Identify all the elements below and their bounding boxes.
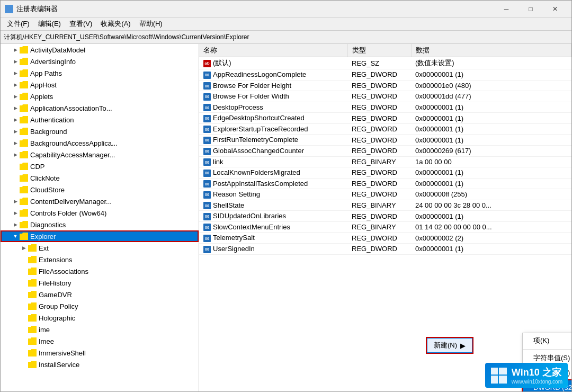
tree-label: Authentication xyxy=(30,116,74,124)
submenu-arrow: ▶ xyxy=(460,342,466,350)
folder-icon xyxy=(28,268,37,275)
reg-data-cell: 0x00000001 (1) xyxy=(411,178,571,189)
table-row[interactable]: 00SIDUpdatedOnLibraries REG_DWORD 0x0000… xyxy=(199,211,571,222)
tree-item-appasso[interactable]: ▶ ApplicationAssociationTo... xyxy=(1,102,199,114)
tree-label: Ext xyxy=(39,244,49,252)
menu-view[interactable]: 查看(V) xyxy=(65,18,96,30)
folder-icon xyxy=(20,174,28,182)
table-row[interactable]: 00GlobalAssocChangedCounter REG_DWORD 0x… xyxy=(199,145,571,156)
expand-arrow: ▶ xyxy=(11,57,20,66)
table-row[interactable]: 00EdgeDesktopShortcutCreated REG_DWORD 0… xyxy=(199,113,571,124)
reg-name-cell: 00DesktopProcess xyxy=(199,102,347,113)
expand-arrow: ▶ xyxy=(20,244,28,252)
tree-item-cloudstore[interactable]: CloudStore xyxy=(1,184,199,195)
tree-item-capability[interactable]: ▶ CapabilityAccessManager... xyxy=(1,149,199,161)
expand-arrow xyxy=(20,267,28,275)
registry-panel[interactable]: 名称 类型 数据 ab(默认) REG_SZ (数值未设置) 00AppRead… xyxy=(199,44,571,391)
reg-data-cell: 0x00000001 (1) xyxy=(411,135,571,146)
svg-rect-2 xyxy=(6,10,8,12)
tree-item-holographic[interactable]: Holographic xyxy=(1,312,199,324)
expand-arrow xyxy=(20,255,28,264)
reg-name-cell: 00GlobalAssocChangedCounter xyxy=(199,145,347,156)
expand-arrow: ▼ xyxy=(11,232,20,240)
tree-item-apphost[interactable]: ▶ AppHost xyxy=(1,79,199,91)
expand-arrow: ▶ xyxy=(11,115,20,124)
menu-favorites[interactable]: 收藏夹(A) xyxy=(96,18,135,30)
tree-item-background[interactable]: ▶ Background xyxy=(1,126,199,137)
window-controls: ─ □ ✕ xyxy=(494,1,567,17)
menu-file[interactable]: 文件(F) xyxy=(3,18,34,30)
reg-type-cell: REG_DWORD xyxy=(347,145,411,156)
menu-edit[interactable]: 编辑(E) xyxy=(34,18,65,30)
expand-arrow: ▶ xyxy=(11,81,20,89)
watermark-site: www.win10xtong.com xyxy=(512,379,562,385)
tree-item-diagnostics[interactable]: ▶ Diagnostics xyxy=(1,219,199,230)
tree-item-contentdelivery[interactable]: ▶ ContentDeliveryManager... xyxy=(1,195,199,207)
table-row[interactable]: 00Browse For Folder Width REG_DWORD 0x00… xyxy=(199,91,571,102)
tree-item-immersiveshell[interactable]: ImmersiveShell xyxy=(1,347,199,359)
table-row[interactable]: 00Browse For Folder Height REG_DWORD 0x0… xyxy=(199,80,571,91)
tree-item-installservice[interactable]: InstallService xyxy=(1,359,199,370)
table-row[interactable]: 00UserSignedIn REG_DWORD 0x00000001 (1) xyxy=(199,244,571,255)
tree-item-ime[interactable]: ime xyxy=(1,324,199,335)
tree-item-ext[interactable]: ▶ Ext xyxy=(1,242,199,254)
tree-item-advertisinginfo[interactable]: ▶ AdvertisingInfo xyxy=(1,56,199,67)
tree-item-app-paths[interactable]: ▶ App Paths xyxy=(1,67,199,79)
reg-type-cell: REG_DWORD xyxy=(347,189,411,200)
tree-label: ApplicationAssociationTo... xyxy=(30,104,112,112)
tree-item-cdp[interactable]: CDP xyxy=(1,161,199,172)
table-row[interactable]: 00LocalKnownFoldersMigrated REG_DWORD 0x… xyxy=(199,167,571,179)
table-row[interactable]: 00DesktopProcess REG_DWORD 0x00000001 (1… xyxy=(199,102,571,113)
tree-item-grouppolicy[interactable]: Group Policy xyxy=(1,300,199,312)
tree-item-gamedvr[interactable]: GameDVR xyxy=(1,289,199,300)
folder-icon xyxy=(20,198,28,205)
folder-icon xyxy=(28,244,37,252)
table-row[interactable]: ab(默认) REG_SZ (数值未设置) xyxy=(199,57,571,69)
table-row[interactable]: 00SlowContextMenuEntries REG_BINARY 01 1… xyxy=(199,221,571,233)
tree-item-clicknote[interactable]: ClickNote xyxy=(1,172,199,184)
table-row[interactable]: 00FirstRunTelemetryComplete REG_DWORD 0x… xyxy=(199,135,571,146)
ctx-item-key[interactable]: 项(K) xyxy=(523,333,571,348)
tree-item-explorer[interactable]: ▼ Explorer xyxy=(1,230,199,242)
window-title: 注册表编辑器 xyxy=(16,4,494,14)
reg-name-cell: 00SIDUpdatedOnLibraries xyxy=(199,211,347,222)
col-name: 名称 xyxy=(199,44,347,57)
minimize-button[interactable]: ─ xyxy=(494,1,519,17)
table-row[interactable]: 00ExplorerStartupTraceRecorded REG_DWORD… xyxy=(199,123,571,135)
table-row[interactable]: 00Reason Setting REG_DWORD 0x000000ff (2… xyxy=(199,189,571,200)
tree-item-extensions[interactable]: Extensions xyxy=(1,254,199,265)
reg-name-cell: 00FirstRunTelemetryComplete xyxy=(199,135,347,146)
folder-icon xyxy=(28,314,37,322)
folder-icon xyxy=(20,209,28,217)
svg-rect-7 xyxy=(499,376,507,384)
table-row[interactable]: 00link REG_BINARY 1a 00 00 00 xyxy=(199,156,571,167)
tree-item-applets[interactable]: ▶ Applets xyxy=(1,91,199,102)
close-button[interactable]: ✕ xyxy=(543,1,567,17)
svg-rect-0 xyxy=(6,6,8,8)
tree-panel[interactable]: ▶ ActivityDataModel ▶ AdvertisingInfo ▶ … xyxy=(1,44,199,391)
reg-type-cell: REG_DWORD xyxy=(347,244,411,255)
reg-type-cell: REG_DWORD xyxy=(347,123,411,135)
tree-item-fileassociations[interactable]: FileAssociations xyxy=(1,265,199,277)
reg-type-cell: REG_DWORD xyxy=(347,69,411,81)
tree-item-controls[interactable]: ▶ Controls Folder (Wow64) xyxy=(1,207,199,219)
new-button[interactable]: 新建(N) ▶ xyxy=(427,338,472,353)
table-row[interactable]: 00TelemetrySalt REG_DWORD 0x00000002 (2) xyxy=(199,233,571,244)
reg-data-cell: 0x000001e0 (480) xyxy=(411,80,571,91)
maximize-button[interactable]: □ xyxy=(519,1,543,17)
context-menu-container: 新建(N) ▶ 项(K) 字符串值(S) 二进制值(B) xyxy=(427,338,472,353)
reg-name-cell: 00ExplorerStartupTraceRecorded xyxy=(199,123,347,135)
table-row[interactable]: 00PostAppInstallTasksCompleted REG_DWORD… xyxy=(199,178,571,189)
folder-icon xyxy=(28,349,37,357)
table-row[interactable]: 00ShellState REG_BINARY 24 00 00 00 3c 2… xyxy=(199,200,571,211)
tree-item-imee[interactable]: Imee xyxy=(1,335,199,347)
tree-label: Explorer xyxy=(30,233,56,240)
reg-data-cell: 0x00000001 (1) xyxy=(411,123,571,135)
tree-item-authentication[interactable]: ▶ Authentication xyxy=(1,114,199,126)
tree-item-activitydatamodel[interactable]: ▶ ActivityDataModel xyxy=(1,44,199,56)
tree-item-filehistory[interactable]: FileHistory xyxy=(1,277,199,289)
reg-dword-icon: 00 xyxy=(203,224,211,231)
menu-help[interactable]: 帮助(H) xyxy=(135,18,167,30)
table-row[interactable]: 00AppReadinessLogonComplete REG_DWORD 0x… xyxy=(199,69,571,81)
tree-item-bgaccessapp[interactable]: ▶ BackgroundAccessApplica... xyxy=(1,137,199,149)
